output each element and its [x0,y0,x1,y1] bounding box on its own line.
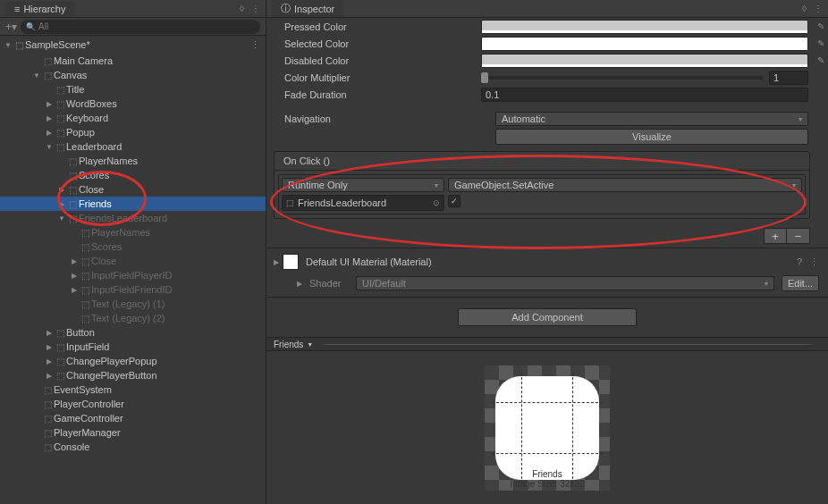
tree-item-change-player-popup[interactable]: ⬚ChangePlayerPopup [0,354,266,368]
prop-disabled-color: Disabled Color ✎ [266,52,828,69]
tree-item-playernames[interactable]: ⬚PlayerNames [0,154,266,168]
color-field-pressed[interactable] [481,20,808,34]
tree-item-text-legacy-2[interactable]: ⬚Text (Legacy) (2) [0,311,266,325]
search-wrap: 🔍 [21,20,260,34]
expand-arrow-icon[interactable] [45,114,54,122]
tree-item-main-camera[interactable]: ⬚Main Camera [0,54,266,68]
function-dropdown[interactable]: GameObject.SetActive [448,178,802,192]
inspector-header-bar: ⓘ Inspector ◊ ⋮ [266,0,828,18]
preview-area: Friends Image Size: 32x32 [266,351,828,494]
tree-item-wordboxes[interactable]: ⬚WordBoxes [0,97,266,111]
tree-item-console[interactable]: ⬚Console [0,440,266,454]
hierarchy-tab[interactable]: ≡ Hierarchy [5,2,75,16]
expand-arrow-icon[interactable] [32,71,41,80]
material-header[interactable]: ▶ Default UI Material (Material) ? ⋮ [266,248,828,273]
tree-item-friends-leaderboard[interactable]: ⬚FriendsLeaderboard [0,211,266,225]
expand-arrow-icon[interactable] [70,286,79,294]
shader-label: Shader [309,278,349,289]
tree-item-input-friend-id[interactable]: ⬚InputFieldFriendID [0,282,266,297]
tree-item-event-system[interactable]: ⬚EventSystem [0,382,266,397]
info-icon: ⓘ [281,2,291,15]
shader-dropdown[interactable]: UI/Default [356,276,774,290]
tree-item-change-player-button[interactable]: ⬚ChangePlayerButton [0,368,266,382]
eyedropper-icon[interactable]: ✎ [817,55,824,65]
navigation-dropdown[interactable]: Automatic [495,112,808,126]
tree-item-playernames2[interactable]: ⬚PlayerNames [0,225,266,239]
visualize-button[interactable]: Visualize [495,129,808,145]
onclick-body: Runtime Only ⬚ FriendsLeaderboard ⊙ Game… [275,171,809,218]
expand-arrow-icon[interactable]: ▶ [297,280,302,288]
tree-item-title[interactable]: ⬚Title [0,82,266,97]
scene-header[interactable]: ⬚ SampleScene* ⋮ [0,38,266,52]
expand-arrow-icon[interactable] [57,214,66,223]
gameobject-icon: ⬚ [54,371,66,381]
scene-menu-icon[interactable]: ⋮ [250,39,260,51]
remove-event-button[interactable]: − [787,228,810,244]
expand-arrow-icon[interactable] [70,272,79,280]
create-button[interactable]: +▾ [5,21,17,33]
tree-item-game-controller[interactable]: ⬚GameController [0,411,266,425]
expand-arrow-icon[interactable] [45,343,54,351]
lock-icon[interactable]: ◊ [240,4,244,13]
gameobject-icon: ⬚ [41,428,54,438]
expand-arrow-icon[interactable] [45,372,54,380]
tree-item-close2[interactable]: ⬚Close [0,254,266,268]
fade-duration-input[interactable] [481,88,808,102]
eyedropper-icon[interactable]: ✎ [817,38,824,48]
gameobject-icon: ⬚ [79,242,91,252]
tree-item-text-legacy-1[interactable]: ⬚Text (Legacy) (1) [0,297,266,311]
tree-item-keyboard[interactable]: ⬚Keyboard [0,111,266,125]
gameobject-icon: ⬚ [54,328,66,338]
expand-arrow-icon[interactable] [45,143,54,151]
expand-arrow-icon[interactable] [45,329,54,337]
context-menu-icon[interactable]: ⋮ [251,4,260,13]
prop-navigation: Navigation Automatic [266,110,828,128]
expand-arrow-icon[interactable] [70,257,79,265]
expand-arrow-icon[interactable] [57,186,66,194]
color-field-selected[interactable] [481,37,808,51]
tree-item-friends[interactable]: ⬚Friends [0,197,266,211]
color-multiplier-slider[interactable] [481,76,764,80]
tree-item-close[interactable]: ⬚Close [0,182,266,197]
eyedropper-icon[interactable]: ✎ [817,21,824,31]
gameobject-icon: ⬚ [41,385,54,395]
tree-item-canvas[interactable]: ⬚Canvas [0,68,266,82]
gameobject-icon: ⬚ [79,299,91,309]
gameobject-icon: ⬚ [41,442,54,452]
lock-icon[interactable]: ◊ [802,4,807,13]
color-multiplier-input[interactable] [769,71,808,85]
bool-argument-checkbox[interactable]: ✓ [448,195,460,207]
tree-item-button[interactable]: ⬚Button [0,325,266,340]
help-icon[interactable]: ? [797,256,802,268]
expand-arrow-icon[interactable] [57,200,66,208]
tree-item-player-manager[interactable]: ⬚PlayerManager [0,425,266,440]
expand-arrow-icon[interactable] [45,129,54,137]
hierarchy-header-bar: ≡ Hierarchy ◊ ⋮ [0,0,266,18]
tree-item-scores2[interactable]: ⬚Scores [0,239,266,254]
expand-arrow-icon[interactable] [45,357,54,365]
tree-item-scores[interactable]: ⬚Scores [0,168,266,182]
tree-item-input-field[interactable]: ⬚InputField [0,340,266,354]
inspector-tab[interactable]: ⓘ Inspector [272,0,343,17]
tree-item-leaderboard[interactable]: ⬚Leaderboard [0,139,266,154]
context-menu-icon[interactable]: ⋮ [809,256,819,268]
edit-shader-button[interactable]: Edit... [782,275,819,291]
gameobject-icon: ⬚ [54,99,66,109]
add-event-button[interactable]: + [764,228,787,244]
expand-arrow-icon[interactable] [45,100,54,108]
target-object-field[interactable]: ⬚ FriendsLeaderboard ⊙ [282,195,444,211]
tree-item-popup[interactable]: ⬚Popup [0,125,266,139]
context-menu-icon[interactable]: ⋮ [814,4,823,13]
inspector-panel: ⓘ Inspector ◊ ⋮ Pressed Color ✎ Selected… [266,0,828,504]
hierarchy-search-input[interactable] [21,20,260,34]
expand-arrow-icon[interactable]: ▶ [274,258,279,266]
tree-item-player-controller[interactable]: ⬚PlayerController [0,397,266,411]
gameobject-icon: ⬚ [54,357,66,366]
preview-tab[interactable]: Friends▼ [274,340,313,349]
expand-arrow-icon[interactable] [4,41,13,49]
object-picker-icon[interactable]: ⊙ [433,198,440,207]
tree-item-input-player-id[interactable]: ⬚InputFieldPlayerID [0,268,266,282]
add-component-button[interactable]: Add Component [458,308,637,326]
runtime-dropdown[interactable]: Runtime Only [282,178,444,192]
hierarchy-header-icons: ◊ ⋮ [240,4,260,13]
